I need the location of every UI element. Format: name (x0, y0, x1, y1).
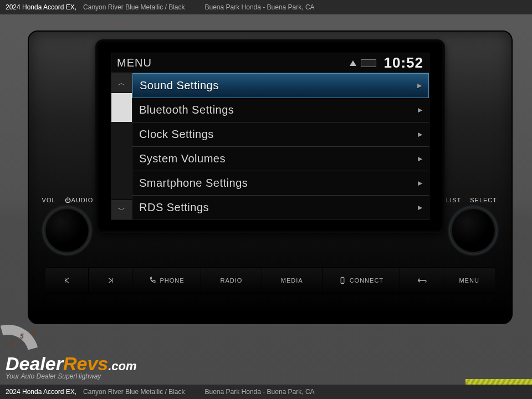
touchscreen[interactable]: MENU 10:52 ︿ ﹀ (111, 53, 429, 220)
phone-icon (149, 277, 156, 284)
scroll-up-button[interactable]: ︿ (111, 73, 132, 93)
footer-model: 2024 Honda Accord EX, (6, 388, 76, 396)
watermark-brand-b: Revs (63, 353, 108, 375)
menu-area: ︿ ﹀ Sound Settings ▶ Bluetooth Settings (111, 73, 429, 219)
header-dealer: Buena Park Honda - Buena Park, CA (205, 3, 315, 11)
page: 2024 Honda Accord EX, Canyon River Blue … (0, 0, 532, 399)
menu-item-label: Bluetooth Settings (139, 104, 234, 116)
scroll-down-button[interactable]: ﹀ (111, 200, 132, 219)
chevron-right-icon: ▶ (418, 106, 423, 114)
connect-label: CONNECT (350, 277, 383, 284)
scroll-track[interactable] (111, 93, 132, 200)
decorative-dots: • • • (111, 21, 126, 27)
audio-power-label: ⏻AUDIO (65, 197, 94, 203)
hard-button-row: PHONE RADIO MEDIA CONNECT MENU (45, 267, 495, 294)
chevron-right-icon: ▶ (417, 82, 422, 89)
right-knob-labels: LIST SELECT (444, 197, 499, 203)
menu-item-smartphone-settings[interactable]: Smartphone Settings ▶ (132, 171, 429, 196)
prev-track-button[interactable] (45, 268, 89, 293)
back-button[interactable] (400, 268, 443, 293)
status-indicator-icon (361, 59, 376, 67)
left-knob-labels: VOL ⏻AUDIO (40, 197, 95, 203)
header-bar: 2024 Honda Accord EX, Canyon River Blue … (0, 0, 532, 14)
menu-item-label: Sound Settings (140, 79, 219, 92)
connect-button[interactable]: CONNECT (323, 268, 400, 293)
media-label: MEDIA (281, 277, 303, 284)
volume-knob[interactable] (45, 209, 89, 252)
head-unit: MENU 10:52 ︿ ﹀ (28, 30, 513, 324)
menu-item-clock-settings[interactable]: Clock Settings ▶ (132, 122, 429, 147)
back-icon (416, 277, 427, 284)
header-model: 2024 Honda Accord EX, (6, 3, 76, 11)
status-bar: MENU 10:52 (111, 53, 429, 73)
gauge-numeral-4: 4 (9, 341, 13, 349)
menu-item-sound-settings[interactable]: Sound Settings ▶ (132, 73, 429, 98)
next-track-button[interactable] (89, 268, 132, 293)
menu-button[interactable]: MENU (443, 268, 495, 293)
gauge-numeral-6: 6 (32, 329, 36, 337)
menu-item-label: RDS Settings (139, 201, 209, 214)
next-track-icon (106, 277, 114, 284)
menu-item-label: System Volumes (139, 152, 226, 165)
menu-label: MENU (459, 277, 479, 284)
chevron-right-icon: ▶ (418, 131, 423, 138)
smartphone-icon (339, 277, 346, 284)
menu-item-bluetooth-settings[interactable]: Bluetooth Settings ▶ (132, 98, 429, 122)
prev-track-icon (63, 277, 71, 284)
watermark-brand-a: Dealer (6, 353, 63, 375)
chevron-right-icon: ▶ (418, 204, 423, 211)
chevron-right-icon: ▶ (418, 155, 423, 162)
menu-item-label: Clock Settings (139, 128, 214, 141)
watermark-tagline: Your Auto Dealer SuperHighway (6, 372, 137, 380)
clock-display: 10:52 (384, 54, 424, 71)
menu-item-system-volumes[interactable]: System Volumes ▶ (132, 147, 429, 171)
footer-color: Canyon River Blue Metallic / Black (83, 388, 185, 396)
select-label: SELECT (470, 197, 497, 203)
gps-icon (350, 60, 356, 66)
vol-label: VOL (42, 197, 56, 203)
screen-bezel: MENU 10:52 ︿ ﹀ (95, 39, 445, 233)
chevron-right-icon: ▶ (418, 180, 423, 187)
footer-dealer: Buena Park Honda - Buena Park, CA (205, 388, 315, 396)
phone-label: PHONE (160, 277, 184, 284)
radio-label: RADIO (221, 277, 243, 284)
select-knob[interactable] (452, 209, 495, 252)
watermark: DealerRevs.com Your Auto Dealer SuperHig… (6, 353, 137, 380)
media-button[interactable]: MEDIA (262, 268, 323, 293)
menu-list: Sound Settings ▶ Bluetooth Settings ▶ Cl… (132, 73, 429, 219)
menu-item-label: Smartphone Settings (139, 177, 248, 190)
scroll-thumb[interactable] (111, 93, 132, 122)
watermark-brand-c: .com (108, 359, 136, 374)
list-label: LIST (446, 197, 461, 203)
screen-title: MENU (117, 57, 152, 69)
footer-bar: 2024 Honda Accord EX, Canyon River Blue … (0, 385, 532, 399)
gauge-numeral-5: 5 (20, 332, 24, 340)
watermark-logo: DealerRevs.com (6, 353, 137, 375)
radio-button[interactable]: RADIO (201, 268, 262, 293)
menu-item-rds-settings[interactable]: RDS Settings ▶ (132, 196, 429, 219)
accent-stripe (466, 379, 532, 385)
phone-button[interactable]: PHONE (132, 268, 202, 293)
scrollbar[interactable]: ︿ ﹀ (111, 73, 132, 219)
header-color: Canyon River Blue Metallic / Black (83, 3, 185, 11)
